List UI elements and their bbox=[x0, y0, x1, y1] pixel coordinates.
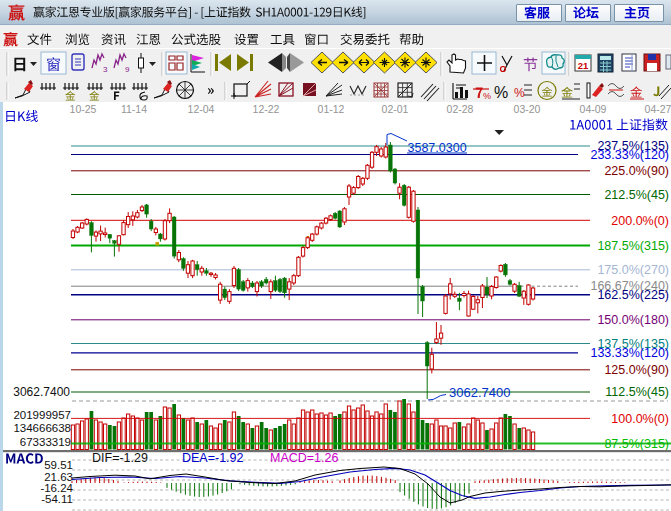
svg-text:150.0%(180): 150.0%(180) bbox=[597, 313, 669, 327]
svg-text:233.33%(120): 233.33%(120) bbox=[590, 148, 669, 162]
svg-text:3062.7400: 3062.7400 bbox=[449, 385, 510, 400]
svg-text:04-09: 04-09 bbox=[580, 103, 607, 115]
svg-text:03-20: 03-20 bbox=[514, 103, 541, 115]
svg-text:MACD=1.26: MACD=1.26 bbox=[270, 451, 338, 465]
svg-text:175.0%(270): 175.0%(270) bbox=[597, 263, 669, 277]
svg-text:200.0%(0): 200.0%(0) bbox=[611, 214, 669, 228]
svg-text:02-28: 02-28 bbox=[447, 103, 474, 115]
svg-text:12-22: 12-22 bbox=[253, 103, 280, 115]
svg-text:225.0%(90): 225.0%(90) bbox=[604, 164, 669, 178]
svg-text:162.5%(225): 162.5%(225) bbox=[597, 288, 669, 302]
svg-text:59.51: 59.51 bbox=[44, 459, 73, 471]
svg-text:3: 3 bbox=[103, 65, 108, 74]
svg-text:9: 9 bbox=[125, 65, 130, 74]
svg-text:-16.24: -16.24 bbox=[40, 482, 73, 494]
svg-text:DEA=-1.92: DEA=-1.92 bbox=[182, 451, 244, 465]
svg-text:100.0%(0): 100.0%(0) bbox=[611, 412, 669, 426]
svg-text:21.63: 21.63 bbox=[44, 471, 73, 483]
svg-text:187.5%(315): 187.5%(315) bbox=[597, 239, 669, 253]
svg-text:67333319: 67333319 bbox=[20, 436, 71, 448]
svg-text:02-01: 02-01 bbox=[382, 103, 409, 115]
svg-text:DIF=-1.29: DIF=-1.29 bbox=[92, 451, 148, 465]
svg-text:134666638: 134666638 bbox=[13, 422, 71, 434]
svg-text:12-04: 12-04 bbox=[188, 103, 215, 115]
svg-text:133.33%(120): 133.33%(120) bbox=[590, 346, 669, 360]
svg-text:3587.0300: 3587.0300 bbox=[408, 141, 467, 155]
svg-text:125.0%(90): 125.0%(90) bbox=[604, 363, 669, 377]
svg-text:212.5%(45): 212.5%(45) bbox=[604, 188, 669, 202]
svg-text:%: % bbox=[494, 84, 508, 101]
svg-text:112.5%(45): 112.5%(45) bbox=[605, 385, 669, 399]
svg-text:3062.7400: 3062.7400 bbox=[13, 385, 70, 399]
svg-text:201999957: 201999957 bbox=[13, 409, 71, 421]
svg-text:11-14: 11-14 bbox=[121, 103, 147, 115]
svg-text:21: 21 bbox=[578, 60, 589, 71]
svg-text:%: % bbox=[483, 91, 491, 101]
svg-text:-54.11: -54.11 bbox=[41, 493, 73, 505]
svg-text:04-27: 04-27 bbox=[645, 103, 671, 115]
svg-text:%: % bbox=[514, 86, 525, 100]
svg-text:01-12: 01-12 bbox=[318, 103, 345, 115]
svg-text:10-25: 10-25 bbox=[70, 103, 97, 115]
